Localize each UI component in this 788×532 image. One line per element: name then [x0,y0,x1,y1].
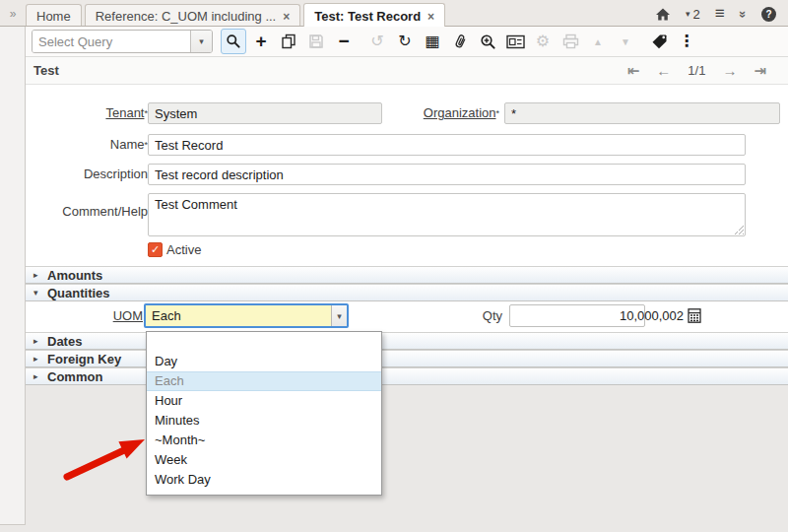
undo-icon: ↺ [370,33,383,49]
section-foreign-key[interactable]: ▸ Foreign Key [26,350,788,367]
active-label: Active [166,242,201,257]
chevron-down-icon: ▾ [33,288,41,298]
first-record-icon[interactable]: ⇤ [627,62,640,80]
chevron-right-icon: ▸ [33,354,41,364]
tab-reference[interactable]: Reference: C_UOM including ... × [85,4,301,26]
tab-test-record-label: Test: Test Record [314,9,421,24]
description-label: Description [32,164,148,185]
toolbar-save-button [303,29,329,54]
toolbar-more-button[interactable]: ⋮ [674,29,699,54]
menu-icon[interactable]: ≡ [715,6,725,22]
uom-input[interactable] [146,305,331,326]
minus-icon: − [338,33,349,50]
dropdown-option-minutes[interactable]: Minutes [147,411,381,431]
section-common[interactable]: ▸ Common [26,367,788,385]
active-checkbox[interactable]: ✓ [148,242,163,257]
home-icon[interactable] [655,7,671,22]
section-dates[interactable]: ▸ Dates [26,332,788,350]
organization-label[interactable]: Organization* [351,102,499,124]
tab-bar: » Home Reference: C_UOM including ... × … [0,0,788,27]
plus-icon: + [255,33,266,50]
qty-input[interactable] [510,308,688,323]
toolbar-copy-button[interactable] [276,29,301,54]
section-amounts[interactable]: ▸ Amounts [26,266,788,284]
toolbar-requery-button[interactable]: ↻ [392,29,418,54]
tab-home[interactable]: Home [26,4,82,26]
comment-help-label: Comment/Help [32,201,148,223]
required-marker: * [495,108,499,118]
chevron-right-icon: ▸ [33,371,41,381]
toolbar-detail-record-button: ▼ [613,29,638,54]
dropdown-option-month[interactable]: ~Month~ [147,431,381,450]
toolbar-find-button[interactable] [221,29,246,54]
last-record-icon[interactable]: ⇥ [754,62,766,80]
chevron-down-icon[interactable]: ▾ [190,31,212,52]
uom-label[interactable]: UOM [26,308,143,323]
dropdown-option-empty[interactable] [147,332,381,352]
toolbar-chat-button[interactable] [502,29,528,54]
close-icon[interactable]: × [283,11,290,23]
dropdown-option-week[interactable]: Week [147,450,381,470]
toolbar-undo-button: ↺ [364,29,390,54]
dropdown-option-hour[interactable]: Hour [147,391,381,411]
next-record-icon[interactable]: → [722,62,737,79]
notification-count: 2 [693,7,700,22]
qty-label: Qty [424,308,502,323]
gear-icon: ⚙ [536,33,550,49]
tab-home-label: Home [36,9,71,24]
uom-dropdown-popup: Day Each Hour Minutes ~Month~ Week Work … [146,331,382,496]
tab-test-record[interactable]: Test: Test Record × [303,3,445,27]
dropdown-option-day[interactable]: Day [147,352,381,371]
chevron-right-icon: ▸ [33,336,41,346]
description-field[interactable] [148,164,746,185]
section-quantities[interactable]: ▾ Quantities [26,284,788,301]
toolbar-grid-toggle-button[interactable]: ▦ [420,29,445,54]
page-title: Test [33,63,59,78]
kebab-icon: ⋮ [679,33,694,49]
collapse-header-icon[interactable]: » [736,10,751,17]
chevron-right-icon: ▸ [33,270,41,280]
organization-field[interactable] [504,102,780,124]
toolbar-delete-button[interactable]: − [331,29,357,54]
triangle-down-icon: ▼ [621,36,630,47]
resize-grip-icon[interactable] [735,226,744,234]
dropdown-option-working-month[interactable]: Working Month [147,490,381,496]
record-header: Test ⇤ ← 1/1 → ⇥ [26,57,788,85]
record-navigation: ⇤ ← 1/1 → ⇥ [627,62,766,80]
toolbar: ▾ + − ↺ ↻ ▦ ⚙ ▲ ▼ [26,27,788,57]
toolbar-new-button[interactable]: + [248,29,274,54]
calculator-icon[interactable] [688,308,701,323]
previous-record-icon[interactable]: ← [656,62,671,79]
notifications-menu[interactable]: ▾ 2 [686,7,700,22]
window-controls: ▾ 2 ≡ » ? [655,5,776,23]
form-panel: Tenant* Organization* Name* Description … [26,85,788,266]
tab-reference-label: Reference: C_UOM including ... [96,9,277,24]
chevron-down-icon[interactable]: ▾ [331,305,347,326]
content-background [0,385,788,532]
tab-overflow-icon[interactable]: » [0,7,26,26]
toolbar-label-button[interactable] [646,29,672,54]
toolbar-parent-record-button: ▲ [585,29,611,54]
record-counter: 1/1 [688,63,705,78]
close-icon[interactable]: × [427,11,434,23]
toolbar-print-button [558,29,583,54]
tenant-label[interactable]: Tenant* [32,102,148,124]
select-query-combobox[interactable]: ▾ [32,30,213,53]
uom-combobox[interactable]: ▾ [144,303,349,328]
triangle-up-icon: ▲ [593,36,603,47]
toolbar-zoom-button[interactable] [475,29,500,54]
name-field[interactable] [148,134,746,156]
chevron-down-icon: ▾ [686,9,690,19]
help-icon[interactable]: ? [761,7,776,22]
dropdown-option-each[interactable]: Each [147,371,381,391]
idempiere-window: » Home Reference: C_UOM including ... × … [0,0,788,532]
dropdown-option-work-day[interactable]: Work Day [147,470,381,490]
grid-icon: ▦ [425,33,439,49]
toolbar-attachment-button[interactable] [447,29,473,54]
check-icon: ✓ [151,243,160,256]
comment-help-field[interactable]: Test Comment [148,193,746,236]
tenant-field[interactable] [148,102,382,124]
select-query-input[interactable] [33,31,190,52]
qty-field-wrapper [509,304,645,327]
refresh-icon: ↻ [398,33,411,49]
